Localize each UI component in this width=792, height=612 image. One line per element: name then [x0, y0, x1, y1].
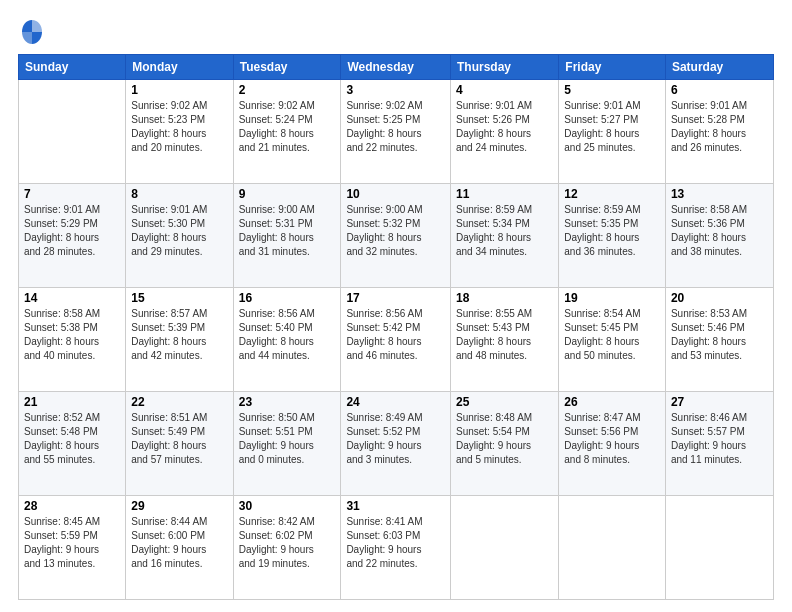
calendar-cell: 22Sunrise: 8:51 AMSunset: 5:49 PMDayligh…	[126, 392, 233, 496]
day-number: 20	[671, 291, 768, 305]
header	[18, 18, 774, 46]
calendar-cell: 13Sunrise: 8:58 AMSunset: 5:36 PMDayligh…	[665, 184, 773, 288]
calendar-cell: 28Sunrise: 8:45 AMSunset: 5:59 PMDayligh…	[19, 496, 126, 600]
day-number: 22	[131, 395, 227, 409]
day-info: Sunrise: 8:47 AMSunset: 5:56 PMDaylight:…	[564, 411, 660, 467]
day-info: Sunrise: 8:49 AMSunset: 5:52 PMDaylight:…	[346, 411, 445, 467]
day-info: Sunrise: 9:01 AMSunset: 5:30 PMDaylight:…	[131, 203, 227, 259]
day-number: 18	[456, 291, 553, 305]
calendar-cell: 14Sunrise: 8:58 AMSunset: 5:38 PMDayligh…	[19, 288, 126, 392]
day-number: 13	[671, 187, 768, 201]
day-info: Sunrise: 9:00 AMSunset: 5:32 PMDaylight:…	[346, 203, 445, 259]
day-number: 6	[671, 83, 768, 97]
day-number: 10	[346, 187, 445, 201]
day-number: 29	[131, 499, 227, 513]
day-number: 1	[131, 83, 227, 97]
day-info: Sunrise: 9:01 AMSunset: 5:29 PMDaylight:…	[24, 203, 120, 259]
calendar-cell: 9Sunrise: 9:00 AMSunset: 5:31 PMDaylight…	[233, 184, 341, 288]
col-header-thursday: Thursday	[450, 55, 558, 80]
calendar-cell: 3Sunrise: 9:02 AMSunset: 5:25 PMDaylight…	[341, 80, 451, 184]
day-number: 26	[564, 395, 660, 409]
calendar-cell: 25Sunrise: 8:48 AMSunset: 5:54 PMDayligh…	[450, 392, 558, 496]
day-number: 8	[131, 187, 227, 201]
calendar-cell: 7Sunrise: 9:01 AMSunset: 5:29 PMDaylight…	[19, 184, 126, 288]
calendar-cell: 18Sunrise: 8:55 AMSunset: 5:43 PMDayligh…	[450, 288, 558, 392]
calendar-cell: 23Sunrise: 8:50 AMSunset: 5:51 PMDayligh…	[233, 392, 341, 496]
calendar-cell: 31Sunrise: 8:41 AMSunset: 6:03 PMDayligh…	[341, 496, 451, 600]
day-info: Sunrise: 8:55 AMSunset: 5:43 PMDaylight:…	[456, 307, 553, 363]
col-header-tuesday: Tuesday	[233, 55, 341, 80]
calendar-cell: 29Sunrise: 8:44 AMSunset: 6:00 PMDayligh…	[126, 496, 233, 600]
calendar-cell	[19, 80, 126, 184]
day-info: Sunrise: 8:45 AMSunset: 5:59 PMDaylight:…	[24, 515, 120, 571]
calendar-cell: 30Sunrise: 8:42 AMSunset: 6:02 PMDayligh…	[233, 496, 341, 600]
calendar-week-3: 14Sunrise: 8:58 AMSunset: 5:38 PMDayligh…	[19, 288, 774, 392]
day-info: Sunrise: 8:50 AMSunset: 5:51 PMDaylight:…	[239, 411, 336, 467]
day-info: Sunrise: 8:52 AMSunset: 5:48 PMDaylight:…	[24, 411, 120, 467]
day-info: Sunrise: 8:46 AMSunset: 5:57 PMDaylight:…	[671, 411, 768, 467]
day-number: 12	[564, 187, 660, 201]
logo-icon	[18, 18, 46, 46]
day-number: 23	[239, 395, 336, 409]
day-info: Sunrise: 9:02 AMSunset: 5:25 PMDaylight:…	[346, 99, 445, 155]
day-number: 21	[24, 395, 120, 409]
day-number: 17	[346, 291, 445, 305]
day-info: Sunrise: 8:51 AMSunset: 5:49 PMDaylight:…	[131, 411, 227, 467]
calendar-cell	[559, 496, 666, 600]
col-header-saturday: Saturday	[665, 55, 773, 80]
day-info: Sunrise: 8:44 AMSunset: 6:00 PMDaylight:…	[131, 515, 227, 571]
day-info: Sunrise: 9:01 AMSunset: 5:28 PMDaylight:…	[671, 99, 768, 155]
day-info: Sunrise: 8:56 AMSunset: 5:40 PMDaylight:…	[239, 307, 336, 363]
calendar-cell: 20Sunrise: 8:53 AMSunset: 5:46 PMDayligh…	[665, 288, 773, 392]
col-header-monday: Monday	[126, 55, 233, 80]
calendar-cell: 11Sunrise: 8:59 AMSunset: 5:34 PMDayligh…	[450, 184, 558, 288]
day-number: 19	[564, 291, 660, 305]
col-header-friday: Friday	[559, 55, 666, 80]
day-info: Sunrise: 9:00 AMSunset: 5:31 PMDaylight:…	[239, 203, 336, 259]
col-header-sunday: Sunday	[19, 55, 126, 80]
day-number: 16	[239, 291, 336, 305]
day-number: 4	[456, 83, 553, 97]
calendar-cell: 2Sunrise: 9:02 AMSunset: 5:24 PMDaylight…	[233, 80, 341, 184]
day-number: 30	[239, 499, 336, 513]
day-number: 28	[24, 499, 120, 513]
day-info: Sunrise: 8:57 AMSunset: 5:39 PMDaylight:…	[131, 307, 227, 363]
day-info: Sunrise: 9:01 AMSunset: 5:27 PMDaylight:…	[564, 99, 660, 155]
day-number: 14	[24, 291, 120, 305]
calendar-cell	[665, 496, 773, 600]
day-info: Sunrise: 8:48 AMSunset: 5:54 PMDaylight:…	[456, 411, 553, 467]
day-info: Sunrise: 9:02 AMSunset: 5:23 PMDaylight:…	[131, 99, 227, 155]
day-info: Sunrise: 8:58 AMSunset: 5:36 PMDaylight:…	[671, 203, 768, 259]
day-number: 27	[671, 395, 768, 409]
col-header-wednesday: Wednesday	[341, 55, 451, 80]
day-number: 7	[24, 187, 120, 201]
calendar-cell: 4Sunrise: 9:01 AMSunset: 5:26 PMDaylight…	[450, 80, 558, 184]
calendar-table: SundayMondayTuesdayWednesdayThursdayFrid…	[18, 54, 774, 600]
day-number: 3	[346, 83, 445, 97]
calendar-week-1: 1Sunrise: 9:02 AMSunset: 5:23 PMDaylight…	[19, 80, 774, 184]
calendar-cell	[450, 496, 558, 600]
calendar-cell: 10Sunrise: 9:00 AMSunset: 5:32 PMDayligh…	[341, 184, 451, 288]
page: SundayMondayTuesdayWednesdayThursdayFrid…	[0, 0, 792, 612]
day-number: 5	[564, 83, 660, 97]
calendar-header-row: SundayMondayTuesdayWednesdayThursdayFrid…	[19, 55, 774, 80]
day-info: Sunrise: 9:01 AMSunset: 5:26 PMDaylight:…	[456, 99, 553, 155]
calendar-week-2: 7Sunrise: 9:01 AMSunset: 5:29 PMDaylight…	[19, 184, 774, 288]
calendar-cell: 6Sunrise: 9:01 AMSunset: 5:28 PMDaylight…	[665, 80, 773, 184]
calendar-cell: 12Sunrise: 8:59 AMSunset: 5:35 PMDayligh…	[559, 184, 666, 288]
calendar-week-5: 28Sunrise: 8:45 AMSunset: 5:59 PMDayligh…	[19, 496, 774, 600]
day-info: Sunrise: 8:58 AMSunset: 5:38 PMDaylight:…	[24, 307, 120, 363]
day-number: 9	[239, 187, 336, 201]
day-info: Sunrise: 8:56 AMSunset: 5:42 PMDaylight:…	[346, 307, 445, 363]
calendar-cell: 8Sunrise: 9:01 AMSunset: 5:30 PMDaylight…	[126, 184, 233, 288]
calendar-cell: 26Sunrise: 8:47 AMSunset: 5:56 PMDayligh…	[559, 392, 666, 496]
logo	[18, 18, 50, 46]
day-number: 2	[239, 83, 336, 97]
day-number: 24	[346, 395, 445, 409]
day-number: 25	[456, 395, 553, 409]
day-info: Sunrise: 8:59 AMSunset: 5:34 PMDaylight:…	[456, 203, 553, 259]
day-number: 31	[346, 499, 445, 513]
day-info: Sunrise: 8:54 AMSunset: 5:45 PMDaylight:…	[564, 307, 660, 363]
day-info: Sunrise: 9:02 AMSunset: 5:24 PMDaylight:…	[239, 99, 336, 155]
calendar-cell: 5Sunrise: 9:01 AMSunset: 5:27 PMDaylight…	[559, 80, 666, 184]
